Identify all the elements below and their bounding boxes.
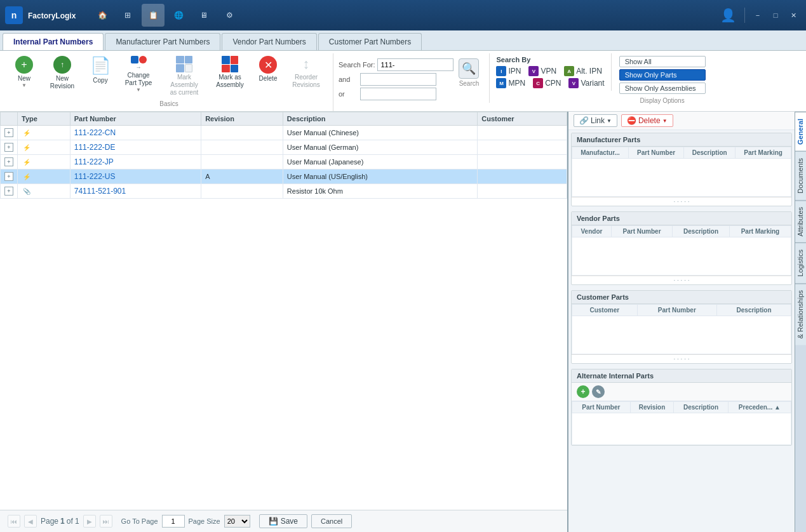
cust-col-description[interactable]: Description: [717, 305, 791, 316]
col-customer[interactable]: Customer: [478, 112, 567, 126]
reorder-revisions-button[interactable]: ↕ Reorder Revisions: [285, 53, 328, 91]
part-number-cell[interactable]: 111-222-CN: [70, 126, 201, 140]
alt-col-part-number[interactable]: Part Number: [572, 402, 631, 413]
part-number-link[interactable]: 111-222-JP: [74, 157, 114, 166]
show-all-btn[interactable]: Show All: [619, 56, 706, 67]
expand-cell[interactable]: +: [1, 184, 18, 199]
tab-customer-part-numbers[interactable]: Customer Part Numbers: [318, 33, 422, 50]
col-description[interactable]: Description: [283, 112, 477, 126]
alt-edit-btn[interactable]: ✎: [592, 385, 605, 398]
side-tab-logistics[interactable]: Logistics: [795, 243, 806, 283]
search-by-vpn[interactable]: V VPN: [528, 66, 556, 76]
mfr-col-part-number[interactable]: Part Number: [629, 147, 684, 159]
mark-as-assembly-button[interactable]: Mark as Assembly: [208, 53, 252, 91]
nav-globe[interactable]: 🌐: [167, 4, 190, 27]
part-number-link[interactable]: 111-222-CN: [74, 128, 116, 137]
expand-button[interactable]: +: [4, 172, 13, 181]
mfr-col-manufacturer[interactable]: Manufactur...: [572, 147, 629, 159]
table-scroll[interactable]: Type Part Number Revision Description Cu…: [0, 112, 567, 510]
user-menu-btn[interactable]: 👤: [716, 4, 739, 27]
expand-button[interactable]: +: [4, 128, 13, 137]
mfr-col-part-marking[interactable]: Part Marking: [735, 147, 791, 159]
expand-button[interactable]: +: [4, 143, 13, 152]
col-part-number[interactable]: Part Number: [70, 112, 201, 126]
search-button[interactable]: 🔍: [459, 58, 479, 79]
search-or-input[interactable]: [360, 88, 436, 100]
cancel-button[interactable]: Cancel: [311, 514, 352, 528]
part-number-cell[interactable]: 111-222-DE: [70, 140, 201, 155]
first-page-btn[interactable]: ⏮: [8, 515, 20, 528]
save-button[interactable]: 💾Save: [259, 514, 307, 528]
mfr-col-description[interactable]: Description: [684, 147, 735, 159]
vendor-col-description[interactable]: Description: [673, 226, 730, 237]
show-only-assemblies-btn[interactable]: Show Only Assemblies: [619, 83, 706, 94]
panel-delete-button[interactable]: ⛔ Delete ▼: [621, 114, 673, 127]
mark-assembly-current-button[interactable]: Mark Assembly as current: [163, 53, 206, 99]
cust-col-customer[interactable]: Customer: [572, 305, 638, 316]
next-page-btn[interactable]: ▶: [83, 515, 96, 528]
side-tab-attributes[interactable]: Attributes: [795, 200, 806, 243]
vendor-col-vendor[interactable]: Vendor: [572, 226, 612, 237]
nav-screen[interactable]: 🖥: [192, 4, 215, 27]
part-number-link[interactable]: 111-222-US: [74, 172, 116, 181]
close-btn[interactable]: ✕: [786, 8, 801, 23]
restore-btn[interactable]: □: [768, 8, 783, 23]
cust-col-part-number[interactable]: Part Number: [637, 305, 717, 316]
table-row[interactable]: + ⚡ 111-222-CN User Manual (Chinese): [1, 126, 567, 140]
table-row[interactable]: + ⚡ 111-222-US A User Manual (US/English…: [1, 170, 567, 184]
nav-parts[interactable]: 📋: [142, 4, 165, 27]
part-number-cell[interactable]: 111-222-JP: [70, 155, 201, 170]
nav-grid[interactable]: ⊞: [116, 4, 139, 27]
part-number-cell[interactable]: 111-222-US: [70, 170, 201, 184]
last-page-btn[interactable]: ⏭: [100, 515, 112, 528]
new-revision-icon: ↑: [53, 56, 71, 74]
minimize-btn[interactable]: −: [750, 8, 765, 23]
part-number-link[interactable]: 74111-521-901: [74, 187, 126, 196]
tab-vendor-part-numbers[interactable]: Vendor Part Numbers: [222, 33, 316, 50]
side-tab-general[interactable]: General: [795, 112, 806, 151]
copy-button[interactable]: 📄 Copy: [86, 53, 114, 87]
nav-settings[interactable]: ⚙: [218, 4, 241, 27]
search-by-cpn[interactable]: C CPN: [533, 78, 561, 88]
new-button[interactable]: + New ▼: [10, 53, 38, 91]
search-and-input[interactable]: [360, 73, 436, 86]
part-number-link[interactable]: 111-222-DE: [74, 143, 116, 152]
link-button[interactable]: 🔗 Link ▼: [574, 114, 617, 127]
col-type[interactable]: Type: [18, 112, 71, 126]
tab-internal-part-numbers[interactable]: Internal Part Numbers: [3, 33, 104, 50]
search-by-mpn[interactable]: M MPN: [496, 78, 525, 88]
expand-cell[interactable]: +: [1, 170, 18, 184]
expand-cell[interactable]: +: [1, 140, 18, 155]
search-by-ipn[interactable]: I IPN: [496, 66, 521, 76]
vendor-col-part-number[interactable]: Part Number: [611, 226, 672, 237]
search-by-alt-ipn[interactable]: A Alt. IPN: [564, 66, 602, 76]
side-tab-documents[interactable]: Documents: [795, 151, 806, 200]
expand-cell[interactable]: +: [1, 126, 18, 140]
new-revision-button[interactable]: ↑ New Revision: [41, 53, 84, 93]
vendor-parts-body: Vendor Part Number Description Part Mark…: [572, 225, 791, 276]
prev-page-btn[interactable]: ◀: [24, 515, 37, 528]
alt-col-revision[interactable]: Revision: [630, 402, 674, 413]
part-number-cell[interactable]: 74111-521-901: [70, 184, 201, 199]
vendor-col-part-marking[interactable]: Part Marking: [729, 226, 791, 237]
tab-manufacturer-part-numbers[interactable]: Manufacturer Part Numbers: [105, 33, 220, 50]
goto-input[interactable]: [162, 515, 185, 528]
alt-col-description[interactable]: Description: [674, 402, 728, 413]
side-tab-relationships[interactable]: & Relationships: [795, 283, 806, 345]
change-part-type-button[interactable]: → Change Part Type ▼: [117, 53, 160, 95]
col-revision[interactable]: Revision: [201, 112, 283, 126]
show-only-parts-btn[interactable]: Show Only Parts: [619, 69, 706, 81]
expand-cell[interactable]: +: [1, 155, 18, 170]
table-row[interactable]: + ⚡ 111-222-DE User Manual (German): [1, 140, 567, 155]
search-by-variant[interactable]: V Variant: [568, 78, 604, 88]
alt-col-precedence[interactable]: Preceden... ▲: [728, 402, 791, 413]
delete-button[interactable]: ✕ Delete: [254, 53, 282, 85]
table-row[interactable]: + ⚡ 111-222-JP User Manual (Japanese): [1, 155, 567, 170]
table-row[interactable]: + 📎 74111-521-901 Resistor 10k Ohm: [1, 184, 567, 199]
expand-button[interactable]: +: [4, 187, 13, 196]
expand-button[interactable]: +: [4, 157, 13, 166]
nav-home[interactable]: 🏠: [91, 4, 114, 27]
search-input[interactable]: [377, 58, 453, 71]
page-size-select[interactable]: 20 50 100: [224, 515, 250, 528]
alt-add-btn[interactable]: +: [577, 385, 589, 398]
